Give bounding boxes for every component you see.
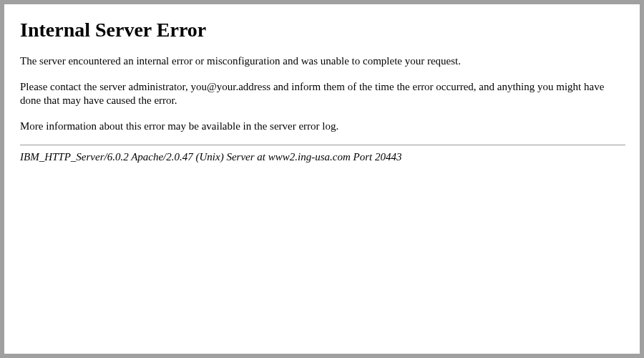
log-info: More information about this error may be… [20,120,625,134]
divider [20,145,625,145]
error-page: Internal Server Error The server encount… [4,4,640,354]
server-signature: IBM_HTTP_Server/6.0.2 Apache/2.0.47 (Uni… [20,151,625,163]
contact-instructions: Please contact the server administrator,… [20,80,625,108]
page-title: Internal Server Error [20,19,625,42]
error-description: The server encountered an internal error… [20,54,625,69]
